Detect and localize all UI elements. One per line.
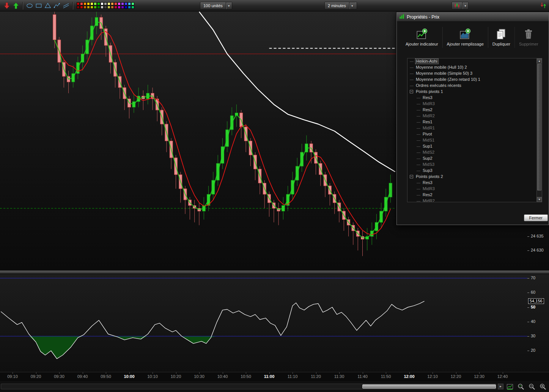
color-swatch[interactable] [104,2,107,5]
tree-connector [417,171,420,171]
scroll-up-icon[interactable] [537,58,542,63]
delete-button[interactable]: Supprimer [514,27,543,48]
units-dropdown[interactable]: 100 unités [200,2,232,9]
color-swatch[interactable] [124,2,127,5]
color-swatch[interactable] [94,6,97,9]
color-swatch[interactable] [90,2,93,5]
tree-item-res3[interactable]: Res3 [407,180,542,186]
tree-item-res3[interactable]: Res3 [407,95,542,101]
tree-item-sup3[interactable]: Sup3 [407,168,542,174]
color-swatch[interactable] [121,2,124,5]
tree-item-points-pivots-1[interactable]: −Points pivots 1 [407,89,542,95]
color-swatch[interactable] [131,2,134,5]
time-tick [503,372,503,374]
scroll-right-button[interactable] [498,384,503,389]
zoom-out-button[interactable] [528,383,536,391]
color-swatch[interactable] [118,6,121,9]
triangle-tool-button[interactable] [44,2,52,10]
color-swatch[interactable] [97,2,100,5]
color-swatch[interactable] [101,2,104,5]
color-swatch[interactable] [101,6,104,9]
chevron-down-icon[interactable] [349,2,355,9]
horizontal-scrollbar[interactable] [1,384,496,389]
color-swatch[interactable] [90,6,93,9]
tree-item-ordres-executes-recents[interactable]: Ordres exécutés récents [407,83,542,89]
color-swatch[interactable] [87,2,90,5]
tree-item-midr3[interactable]: MidR3 [407,186,542,192]
time-label: 11:00 [264,374,275,379]
time-label: 09:30 [54,374,64,379]
chevron-down-icon[interactable] [462,2,468,9]
color-swatch[interactable] [77,6,80,9]
window-controls-slot[interactable] [540,2,547,9]
color-swatch[interactable] [111,2,114,5]
color-swatch[interactable] [128,2,131,5]
tree-scrollbar-thumb[interactable] [537,64,541,190]
color-swatch[interactable] [104,6,107,9]
tree-item-midr3[interactable]: MidR3 [407,101,542,107]
chart-style-dropdown[interactable] [451,2,469,9]
chevron-down-icon[interactable] [226,2,232,9]
tree-item-points-pivots-2[interactable]: −Points pivots 2 [407,174,542,180]
color-swatch[interactable] [128,6,131,9]
tree-item-midr1[interactable]: MidR1 [407,125,542,131]
rect-tool-button[interactable] [35,2,43,10]
tree-item-moyenne-mobile-simple-50-3[interactable]: Moyenne mobile (Simple 50) 3 [407,71,542,77]
tree-item-mids2[interactable]: MidS2 [407,150,542,156]
panel-splitter[interactable] [0,270,549,274]
oscillator-chart[interactable] [0,274,527,372]
tree-item-label: MidR3 [422,101,436,107]
tree-item-midr2[interactable]: MidR2 [407,198,542,202]
add-indicator-button[interactable]: Ajouter indicateur [401,27,442,48]
color-swatch[interactable] [114,6,117,9]
tree-item-midr2[interactable]: MidR2 [407,113,542,119]
color-swatch[interactable] [107,6,110,9]
properties-actions: Ajouter indicateurAjouter remplissageDup… [397,22,549,51]
color-swatch[interactable] [87,6,90,9]
tree-item-moyenne-mobile-hull-10-2[interactable]: Moyenne mobile (Hull 10) 2 [407,65,542,71]
ellipse-tool-button[interactable] [25,2,34,10]
tree-item-moyenne-mobile-zero-retard-10-1[interactable]: Moyenne mobile (Zero retard 10) 1 [407,77,542,83]
color-swatch[interactable] [83,6,87,9]
collapse-toggle-icon[interactable]: − [410,175,413,178]
tree-item-res2[interactable]: Res2 [407,107,542,113]
channel-tool-button[interactable] [62,2,70,10]
color-swatch[interactable] [83,2,87,5]
color-swatch[interactable] [111,6,114,9]
color-swatch[interactable] [118,2,121,5]
color-swatch[interactable] [107,2,110,5]
tree-item-res1[interactable]: Res1 [407,119,542,125]
timeframe-dropdown[interactable]: 2 minutes [324,2,357,9]
tree-item-res2[interactable]: Res2 [407,192,542,198]
color-swatch[interactable] [80,6,83,9]
trendline-tool-button[interactable] [53,2,61,10]
zoom-selection-button[interactable] [517,383,525,391]
properties-panel-titlebar[interactable]: Propriétés - Prix [397,13,549,22]
add-fill-button[interactable]: Ajouter remplissage [442,27,488,48]
tree-item-heikin-ashi[interactable]: Heikin-Ashi [407,58,542,65]
collapse-toggle-icon[interactable]: − [410,90,413,93]
tree-item-mids1[interactable]: MidS1 [407,137,542,143]
buy-arrow-button[interactable] [12,2,20,10]
tree-item-sup2[interactable]: Sup2 [407,156,542,162]
sell-arrow-button[interactable] [3,2,11,10]
color-swatch[interactable] [94,2,97,5]
tree-item-mids3[interactable]: MidS3 [407,162,542,168]
chart-zoom-reset-button[interactable] [506,383,514,391]
scroll-down-icon[interactable] [537,197,542,202]
color-swatch[interactable] [124,6,127,9]
color-swatch[interactable] [131,6,134,9]
color-swatch[interactable] [114,2,117,5]
duplicate-button[interactable]: Dupliquer [488,27,514,48]
zoom-out-icon [529,383,535,390]
color-swatch[interactable] [97,6,100,9]
tree-scrollbar[interactable] [536,58,542,202]
tree-item-sup1[interactable]: Sup1 [407,143,542,150]
zoom-in-button[interactable] [539,383,547,391]
color-swatch[interactable] [121,6,124,9]
color-swatch[interactable] [80,2,83,5]
close-button[interactable]: Fermer [524,214,548,221]
scrollbar-thumb[interactable] [362,384,496,389]
tree-item-pivot[interactable]: Pivot [407,131,542,137]
color-swatch[interactable] [77,2,80,5]
